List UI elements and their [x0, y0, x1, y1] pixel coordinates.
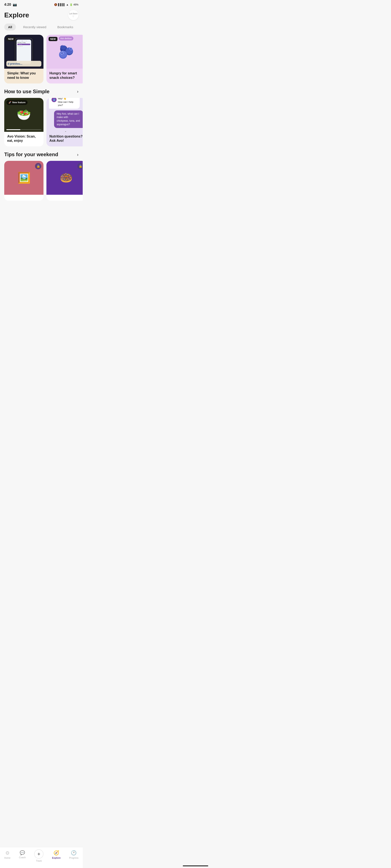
section-how-header: How to use Simple › [0, 89, 83, 98]
chat-preview: 💧 Hey! 👋 How can I help you? Hey Avo, wh… [47, 98, 83, 132]
chat-bot-bubble: 💧 Hey! 👋 How can I help you? [49, 98, 80, 109]
new-feature-badge: 🚀 New feature [6, 100, 28, 105]
main-content: SMTWTFS Saturday, 17 May ✓ 16h fast Not … [0, 35, 83, 227]
card-ask-avo-image: 💧 Hey! 👋 How can I help you? Hey Avo, wh… [47, 98, 83, 132]
card-hungry[interactable]: 🫐 Ask dietitian NEW Hungry for smart sna… [47, 35, 83, 84]
tab-bookmarks[interactable]: Bookmarks [54, 24, 77, 31]
tip-card-2-image: 🍩 🔒 [47, 161, 83, 195]
filter-tabs: All Recently viewed Bookmarks [0, 24, 83, 35]
tip-card-1-image: 🖼️ 🔒 [4, 161, 43, 195]
section-tips-title: Tips for your weekend [4, 152, 58, 157]
card-hungry-title: Hungry for smart snack choices? [50, 71, 83, 80]
tip-card-2-body [47, 195, 83, 201]
tips-cards-scroll: 🖼️ 🔒 🍩 🔒 🌟 [0, 161, 83, 206]
card-ask-avo[interactable]: 💧 Hey! 👋 How can I help you? Hey Avo, wh… [47, 98, 83, 147]
card-avo-vision-body: Avo Vision: Scan, eat, enjoy [4, 132, 43, 147]
avatar-text: Let them♡ [69, 12, 78, 18]
section-tips-header: Tips for your weekend › [0, 152, 83, 161]
bot-avatar: 💧 [52, 98, 57, 102]
card-ask-avo-title: Nutrition questions? Ask Avo! [50, 134, 83, 143]
card-hungry-body: Hungry for smart snack choices? [47, 69, 83, 84]
avatar-button[interactable]: Let them♡ [68, 10, 79, 20]
mute-icon: 🔕 [54, 3, 57, 6]
tip-card-1[interactable]: 🖼️ 🔒 [4, 161, 43, 201]
card-simple[interactable]: SMTWTFS Saturday, 17 May ✓ 16h fast Not … [4, 35, 43, 84]
featured-cards-scroll: SMTWTFS Saturday, 17 May ✓ 16h fast Not … [0, 35, 83, 89]
new-badge-1: NEW [6, 37, 15, 41]
rocket-icon: 🚀 [8, 101, 11, 104]
card-avo-vision[interactable]: 🥗 🚀 New feature Avo Vision: Scan, eat, e… [4, 98, 43, 147]
wifi-icon: ▲ [66, 3, 69, 6]
status-icons: 🔕 ▌▌▌▌ ▲ 🔋 46% [54, 3, 79, 6]
camera-icon: 📷 [13, 3, 17, 6]
tab-all[interactable]: All [4, 24, 16, 31]
card-avo-vision-title: Avo Vision: Scan, eat, enjoy [7, 134, 40, 143]
page-title: Explore [4, 11, 29, 19]
lock-icon-2: 🔒 [77, 163, 83, 169]
section-how-arrow[interactable]: › [77, 89, 79, 94]
bot-greeting: Hey! 👋 [58, 98, 77, 100]
tip-card-2[interactable]: 🍩 🔒 [47, 161, 83, 201]
status-bar: 4:20 📷 🔕 ▌▌▌▌ ▲ 🔋 46% [0, 0, 83, 8]
chat-user-bubble: Hey Avo, what can I make with chickpeas,… [54, 111, 83, 128]
card-simple-title: Simple: What you need to know [7, 71, 40, 80]
tab-recently-viewed[interactable]: Recently viewed [19, 24, 50, 31]
tip-card-1-body [4, 195, 43, 201]
bot-question: How can I help you? [58, 100, 77, 107]
card-hungry-image: 🫐 Ask dietitian NEW [47, 35, 83, 69]
status-time: 4:20 [4, 3, 11, 6]
card-avo-vision-image: 🥗 🚀 New feature [4, 98, 43, 132]
card-ask-avo-body: Nutrition questions? Ask Avo! [47, 132, 83, 147]
lock-icon-1: 🔒 [35, 163, 41, 169]
how-cards-scroll: 🥗 🚀 New feature Avo Vision: Scan, eat, e… [0, 98, 83, 152]
section-how-title: How to use Simple [4, 89, 50, 94]
card-simple-image: SMTWTFS Saturday, 17 May ✓ 16h fast Not … [4, 35, 43, 69]
battery-icon: 🔋 46% [69, 3, 79, 6]
new-badge-2: NEW [49, 37, 57, 41]
page-header: Explore Let them♡ [0, 8, 83, 24]
signal-icon: ▌▌▌▌ [58, 3, 65, 6]
cursor-icon: ↖ [65, 130, 67, 132]
card-simple-body: Simple: What you need to know [4, 69, 43, 84]
section-tips-arrow[interactable]: › [77, 152, 79, 157]
